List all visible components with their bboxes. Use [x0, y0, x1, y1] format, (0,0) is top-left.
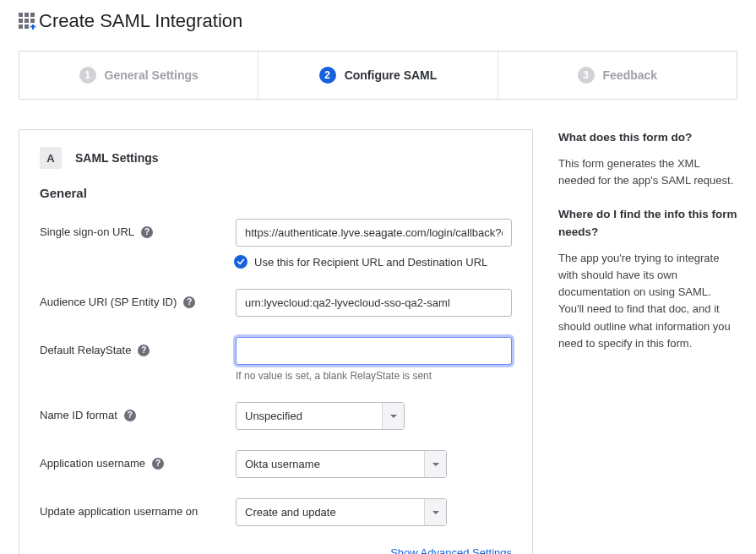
help-icon[interactable]: ? [152, 458, 164, 470]
relaystate-helper: If no value is set, a blank RelayState i… [236, 370, 512, 382]
help-sidebar: What does this form do? This form genera… [558, 129, 737, 554]
tab-feedback[interactable]: 3 Feedback [498, 52, 737, 99]
app-username-value: Okta username [236, 450, 447, 478]
nameid-value: Unspecified [236, 402, 405, 430]
chevron-down-icon [424, 451, 446, 477]
saml-settings-panel: A SAML Settings General Single sign-on U… [19, 129, 533, 554]
tab-general-settings[interactable]: 1 General Settings [19, 52, 258, 99]
label-app-username: Application username [40, 457, 145, 470]
app-username-select[interactable]: Okta username [236, 450, 447, 478]
show-advanced-settings-link[interactable]: Show Advanced Settings [390, 546, 512, 554]
tab-label: Configure SAML [345, 68, 438, 82]
recipient-url-checkbox[interactable] [234, 255, 247, 269]
row-sso-url: Single sign-on URL ? Use this for Recipi… [40, 219, 512, 269]
panel-header: A SAML Settings [40, 147, 512, 169]
wizard-tabs: 1 General Settings 2 Configure SAML 3 Fe… [19, 51, 737, 100]
tab-configure-saml[interactable]: 2 Configure SAML [258, 52, 498, 99]
row-audience-uri: Audience URI (SP Entity ID) ? [40, 289, 512, 317]
page-title: Create SAML Integration [39, 10, 242, 32]
tab-label: General Settings [105, 68, 199, 82]
step-number-badge: 1 [79, 67, 96, 84]
row-nameid: Name ID format ? Unspecified [40, 402, 512, 430]
label-sso-url: Single sign-on URL [40, 225, 134, 238]
step-number-badge: 3 [578, 67, 595, 84]
svg-rect-4 [24, 19, 29, 23]
checkbox-label: Use this for Recipient URL and Destinati… [254, 256, 487, 269]
help-heading-1: What does this form do? [558, 129, 737, 147]
label-nameid: Name ID format [40, 409, 117, 421]
help-heading-2: Where do I find the info this form needs… [558, 206, 737, 242]
step-number-badge: 2 [319, 67, 336, 84]
audience-uri-input[interactable] [236, 289, 512, 317]
help-text-1: This form generates the XML needed for t… [558, 155, 737, 189]
row-update-on: Update application username on Create an… [40, 498, 512, 526]
row-app-username: Application username ? Okta username [40, 450, 512, 478]
help-icon[interactable]: ? [183, 296, 195, 308]
svg-rect-0 [19, 13, 23, 17]
apps-grid-icon [19, 13, 35, 30]
label-audience-uri: Audience URI (SP Entity ID) [40, 296, 177, 308]
relaystate-input[interactable] [236, 337, 512, 365]
svg-rect-3 [19, 19, 23, 23]
svg-rect-6 [19, 24, 23, 29]
chevron-down-icon [382, 403, 404, 429]
nameid-select[interactable]: Unspecified [236, 402, 405, 430]
help-text-2: The app you're trying to integrate with … [558, 250, 737, 352]
update-on-select[interactable]: Create and update [236, 498, 447, 526]
label-relaystate: Default RelayState [40, 344, 131, 356]
row-relaystate: Default RelayState ? If no value is set,… [40, 337, 512, 382]
update-on-value: Create and update [236, 498, 447, 526]
panel-title: SAML Settings [75, 151, 159, 165]
subsection-title: General [40, 186, 512, 200]
chevron-down-icon [424, 499, 446, 525]
svg-rect-1 [24, 13, 29, 17]
help-icon[interactable]: ? [124, 410, 136, 421]
page-header: Create SAML Integration [19, 10, 737, 32]
sso-url-input[interactable] [236, 219, 512, 247]
label-update-on: Update application username on [40, 505, 198, 518]
svg-rect-5 [30, 19, 35, 23]
svg-rect-7 [24, 24, 29, 29]
help-icon[interactable]: ? [138, 345, 150, 356]
tab-label: Feedback [603, 68, 658, 82]
section-letter: A [40, 147, 62, 169]
help-icon[interactable]: ? [141, 226, 153, 238]
svg-rect-2 [30, 13, 35, 17]
